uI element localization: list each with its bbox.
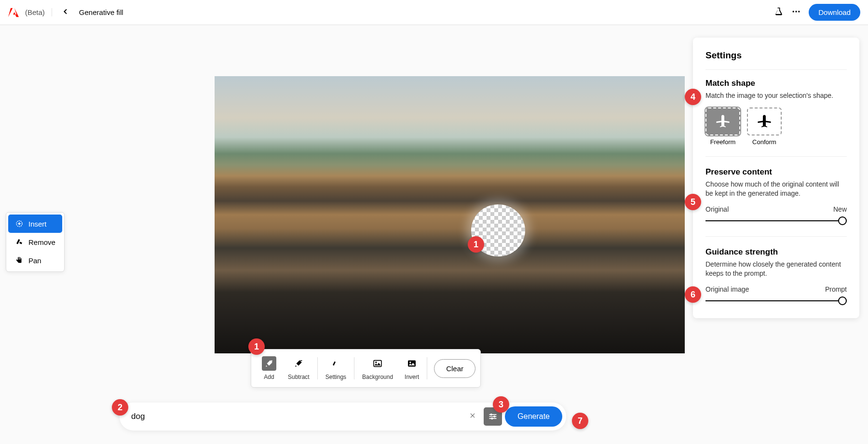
freeform-thumb bbox=[705, 108, 740, 135]
svg-point-2 bbox=[798, 11, 800, 12]
remove-label: Remove bbox=[28, 238, 55, 246]
brush-toolbar: Add Subtract Settings Background Invert … bbox=[251, 349, 481, 388]
generate-button[interactable]: Generate bbox=[505, 406, 562, 427]
svg-point-0 bbox=[793, 11, 794, 12]
svg-point-6 bbox=[375, 362, 377, 363]
clear-button[interactable]: Clear bbox=[434, 359, 475, 378]
callout-6: 6 bbox=[685, 286, 701, 303]
clear-prompt-button[interactable] bbox=[464, 409, 481, 424]
callout-1a: 1 bbox=[468, 236, 484, 253]
svg-point-10 bbox=[494, 416, 496, 417]
invert-label: Invert bbox=[405, 374, 419, 380]
pan-tool[interactable]: Pan bbox=[8, 251, 62, 269]
back-button[interactable] bbox=[58, 6, 73, 19]
freeform-label: Freeform bbox=[710, 138, 736, 146]
brush-settings-label: Settings bbox=[326, 374, 346, 380]
guidance-slider[interactable] bbox=[705, 296, 847, 306]
settings-title: Settings bbox=[705, 50, 847, 70]
background-select[interactable]: Background bbox=[356, 353, 399, 383]
conform-label: Conform bbox=[752, 138, 776, 146]
svg-point-9 bbox=[490, 414, 492, 416]
preserve-slider[interactable] bbox=[705, 216, 847, 226]
match-shape-title: Match shape bbox=[705, 79, 847, 88]
insert-tool[interactable]: Insert bbox=[8, 215, 62, 233]
brush-settings[interactable]: Settings bbox=[320, 353, 352, 383]
subtract-brush-icon bbox=[291, 356, 306, 371]
background-icon bbox=[370, 356, 385, 371]
canvas[interactable] bbox=[215, 76, 685, 353]
remove-tool[interactable]: Remove bbox=[8, 233, 62, 251]
labs-icon[interactable] bbox=[774, 7, 784, 18]
svg-point-4 bbox=[271, 360, 272, 362]
plane-icon bbox=[714, 113, 732, 130]
guidance-right-label: Prompt bbox=[825, 285, 847, 293]
preserve-right-label: New bbox=[833, 205, 847, 213]
divider bbox=[427, 357, 427, 379]
plane-icon bbox=[756, 113, 773, 130]
prompt-input[interactable] bbox=[131, 412, 464, 421]
guidance-desc: Determine how closely the generated cont… bbox=[705, 260, 847, 279]
close-icon bbox=[469, 412, 476, 419]
svg-point-1 bbox=[796, 11, 797, 12]
match-shape-section: Match shape Match the image to your sele… bbox=[705, 79, 847, 157]
pan-label: Pan bbox=[28, 256, 41, 265]
header: (Beta) Generative fill Download bbox=[0, 0, 868, 25]
conform-option[interactable]: Conform bbox=[747, 108, 782, 146]
svg-rect-5 bbox=[374, 361, 381, 367]
guidance-section: Guidance strength Determine how closely … bbox=[705, 247, 847, 306]
preserve-title: Preserve content bbox=[705, 167, 847, 177]
page-title: Generative fill bbox=[79, 8, 123, 16]
add-brush[interactable]: Add bbox=[256, 353, 282, 383]
svg-rect-7 bbox=[408, 361, 416, 367]
download-button[interactable]: Download bbox=[809, 4, 860, 21]
beta-label: (Beta) bbox=[25, 8, 52, 16]
svg-point-11 bbox=[491, 417, 493, 419]
callout-3: 3 bbox=[493, 396, 509, 413]
background-label: Background bbox=[362, 374, 393, 380]
brush-settings-icon bbox=[328, 356, 343, 371]
sliders-icon bbox=[488, 412, 498, 421]
adobe-logo-icon[interactable] bbox=[8, 7, 19, 18]
preserve-left-label: Original bbox=[705, 205, 729, 213]
add-brush-label: Add bbox=[264, 374, 274, 380]
callout-4: 4 bbox=[685, 89, 701, 105]
remove-icon bbox=[15, 238, 24, 246]
guidance-title: Guidance strength bbox=[705, 247, 847, 257]
preserve-section: Preserve content Choose how much of the … bbox=[705, 167, 847, 237]
callout-2: 2 bbox=[112, 399, 128, 416]
preserve-desc: Choose how much of the original content … bbox=[705, 180, 847, 199]
more-icon[interactable] bbox=[791, 7, 801, 18]
add-brush-icon bbox=[262, 356, 276, 371]
divider bbox=[317, 357, 318, 379]
match-shape-desc: Match the image to your selection's shap… bbox=[705, 91, 847, 101]
conform-thumb bbox=[747, 108, 782, 135]
freeform-option[interactable]: Freeform bbox=[705, 108, 740, 146]
header-left: (Beta) Generative fill bbox=[8, 6, 123, 19]
callout-7: 7 bbox=[572, 413, 588, 429]
insert-icon bbox=[15, 219, 24, 228]
header-right: Download bbox=[774, 4, 860, 21]
invert-select[interactable]: Invert bbox=[399, 353, 425, 383]
insert-label: Insert bbox=[28, 220, 47, 228]
invert-icon bbox=[405, 356, 419, 371]
svg-point-8 bbox=[409, 362, 411, 363]
callout-1b: 1 bbox=[248, 338, 265, 355]
subtract-brush-label: Subtract bbox=[288, 374, 310, 380]
subtract-brush[interactable]: Subtract bbox=[282, 353, 315, 383]
chevron-left-icon bbox=[62, 8, 69, 15]
pan-icon bbox=[15, 256, 24, 265]
left-toolbar: Insert Remove Pan bbox=[6, 212, 65, 272]
settings-panel: Settings Match shape Match the image to … bbox=[693, 38, 859, 318]
callout-5: 5 bbox=[685, 194, 701, 210]
divider bbox=[354, 357, 354, 379]
guidance-left-label: Original image bbox=[705, 285, 749, 293]
